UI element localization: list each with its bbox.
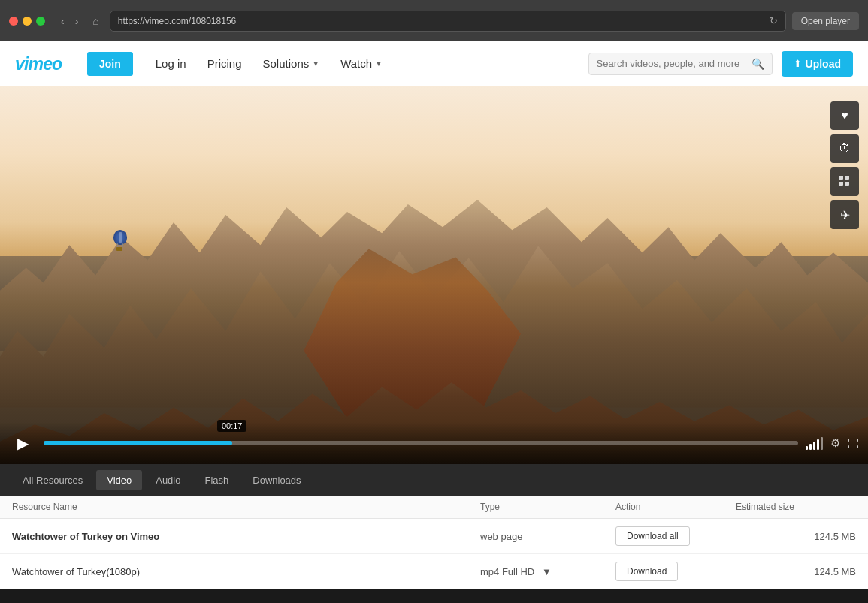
resource-name-1: Watchtower of Turkey on Vimeo (12, 531, 480, 542)
watch-chevron-icon: ▼ (375, 59, 383, 68)
home-button[interactable]: ⌂ (88, 14, 103, 29)
volume-control[interactable] (806, 436, 823, 450)
size-1: 124.5 MB (736, 531, 856, 542)
svg-text:vimeo: vimeo (15, 54, 62, 74)
side-actions: ♥ ⏱ ✈ (830, 101, 859, 229)
open-player-button[interactable]: Open player (792, 12, 859, 30)
balloon (113, 230, 128, 251)
play-button[interactable]: ▶ (9, 430, 36, 457)
table-row: Watchtower of Turkey(1080p) mp4 Full HD … (0, 554, 868, 589)
resource-tabs: All Resources Video Audio Flash Download… (0, 464, 868, 496)
svg-rect-1 (839, 176, 843, 180)
vol-bar-3 (813, 442, 815, 450)
like-button[interactable]: ♥ (830, 101, 859, 130)
vol-bar-2 (809, 444, 812, 450)
browser-chrome: ‹ › ⌂ https://vimeo.com/108018156 ↻ Open… (0, 0, 868, 41)
close-traffic-light[interactable] (9, 17, 18, 26)
watch-later-button[interactable]: ⏱ (830, 134, 859, 163)
vol-bar-1 (806, 446, 808, 450)
address-bar: https://vimeo.com/108018156 ↻ (110, 11, 786, 32)
pricing-link[interactable]: Pricing (197, 57, 253, 70)
svg-rect-3 (839, 182, 843, 186)
progress-fill (44, 441, 232, 445)
minimize-traffic-light[interactable] (23, 17, 32, 26)
back-button[interactable]: ‹ (57, 14, 68, 29)
send-button[interactable]: ✈ (830, 200, 859, 229)
downloads-table: Resource Name Type Action Estimated size… (0, 496, 868, 589)
tab-downloads[interactable]: Downloads (242, 470, 311, 490)
size-2: 124.5 MB (736, 566, 856, 577)
download-all-button[interactable]: Download all (615, 526, 690, 546)
download-button[interactable]: Download (615, 562, 678, 581)
col-type: Type (480, 502, 615, 512)
maximize-traffic-light[interactable] (36, 17, 45, 26)
solutions-chevron-icon: ▼ (312, 59, 319, 68)
type-text-2: mp4 Full HD (480, 566, 534, 577)
forward-button[interactable]: › (71, 14, 83, 29)
url-text: https://vimeo.com/108018156 (118, 16, 765, 26)
vimeo-navbar: vimeo Join Log in Pricing Solutions ▼ Wa… (0, 41, 868, 86)
col-action: Action (615, 502, 736, 512)
search-icon[interactable]: 🔍 (752, 58, 764, 70)
refresh-button[interactable]: ↻ (770, 15, 778, 26)
tab-all-resources[interactable]: All Resources (12, 470, 93, 490)
collections-icon (838, 175, 851, 188)
resource-name-2: Watchtower of Turkey(1080p) (12, 566, 480, 577)
collections-button[interactable] (830, 167, 859, 196)
balloon-rope-right (122, 243, 124, 247)
vol-bar-5 (821, 437, 823, 450)
time-tooltip: 00:17 (217, 420, 247, 432)
resource-type-1: web page (480, 531, 615, 542)
resource-type-2: mp4 Full HD ▼ (480, 566, 615, 577)
watch-label: Watch (340, 57, 372, 70)
type-dropdown-icon[interactable]: ▼ (542, 566, 552, 577)
traffic-lights (9, 17, 45, 26)
svg-rect-2 (845, 176, 849, 180)
col-resource-name: Resource Name (12, 502, 480, 512)
browser-nav-arrows: ‹ › (57, 14, 82, 29)
tab-flash[interactable]: Flash (194, 470, 239, 490)
video-thumbnail (0, 86, 868, 464)
tab-video[interactable]: Video (96, 470, 142, 490)
action-cell-2: Download (615, 562, 736, 581)
solutions-label: Solutions (263, 57, 310, 70)
upload-icon: ⬆ (794, 59, 801, 69)
join-button[interactable]: Join (87, 52, 133, 76)
balloon-stripe (119, 232, 122, 243)
search-input[interactable] (597, 58, 747, 69)
col-size: Estimated size (736, 502, 856, 512)
search-box: 🔍 (588, 53, 773, 75)
tab-audio[interactable]: Audio (145, 470, 191, 490)
table-header: Resource Name Type Action Estimated size (0, 496, 868, 519)
vimeo-logo: vimeo (15, 53, 75, 75)
balloon-body (113, 230, 127, 245)
video-player: ♥ ⏱ ✈ ▶ 00:17 ⚙ ⛶ (0, 86, 868, 464)
settings-button[interactable]: ⚙ (830, 436, 840, 450)
table-row: Watchtower of Turkey on Vimeo web page D… (0, 519, 868, 554)
svg-rect-4 (845, 182, 849, 186)
fullscreen-button[interactable]: ⛶ (848, 437, 859, 450)
login-link[interactable]: Log in (145, 57, 197, 70)
upload-label: Upload (806, 58, 841, 70)
vol-bar-4 (817, 439, 819, 450)
video-controls: ▶ 00:17 ⚙ ⛶ (0, 422, 868, 464)
solutions-link[interactable]: Solutions ▼ (253, 57, 331, 70)
upload-button[interactable]: ⬆ Upload (782, 51, 853, 77)
action-cell-1: Download all (615, 526, 736, 546)
watch-link[interactable]: Watch ▼ (330, 57, 393, 70)
balloon-basket (116, 247, 122, 251)
progress-bar[interactable]: 00:17 (44, 441, 798, 445)
